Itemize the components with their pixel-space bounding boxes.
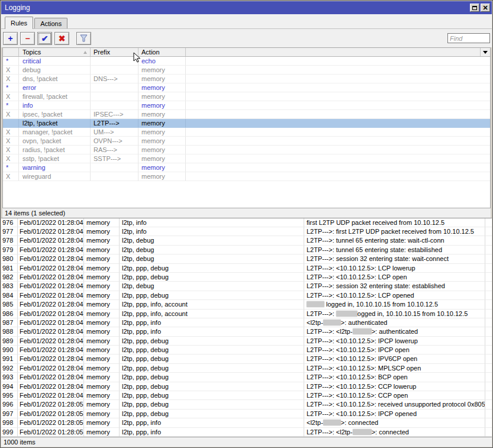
log-cell-id: 976 — [1, 218, 18, 227]
log-cell-time: Feb/01/2022 01:28:04 — [18, 218, 84, 227]
cell-action: echo — [138, 57, 186, 66]
rules-row[interactable]: Xdebugmemory — [3, 66, 490, 75]
log-row[interactable]: 978Feb/01/2022 01:28:04memoryl2tp, debug… — [1, 236, 492, 245]
close-button[interactable]: ✕ — [481, 4, 490, 12]
log-row[interactable]: 981Feb/01/2022 01:28:04memoryl2tp, ppp, … — [1, 264, 492, 273]
find-input[interactable] — [447, 33, 490, 43]
tab-rules-label: Rules — [11, 20, 27, 27]
log-cell-topics: l2tp, ppp, debug — [120, 391, 304, 400]
log-cell-tail — [485, 382, 492, 391]
rules-row[interactable]: *errormemory — [3, 83, 490, 92]
add-icon: + — [8, 34, 12, 43]
log-row[interactable]: 992Feb/01/2022 01:28:04memoryl2tp, ppp, … — [1, 364, 492, 373]
log-cell-tail — [485, 354, 492, 363]
cell-prefix — [91, 83, 138, 92]
rules-row[interactable]: Xdns, !packetDNS--->memory — [3, 75, 490, 83]
cell-prefix — [91, 172, 138, 181]
log-cell-topics: l2tp, ppp, debug — [120, 337, 304, 346]
enable-button[interactable]: ✔ — [37, 32, 52, 45]
rules-row[interactable]: Xsstp, !packetSSTP--->memory — [3, 154, 490, 163]
log-message-text: L2TP--->: <10.10.12.5>: IPCP opened — [307, 410, 417, 417]
redaction-box — [323, 420, 341, 426]
log-message-text: L2TP--->: session 32 entering state: est… — [307, 282, 445, 289]
tab-rules[interactable]: Rules — [5, 17, 33, 29]
remove-button[interactable]: − — [20, 32, 35, 45]
rules-row[interactable]: Xovpn, !packetOVPN--->memory — [3, 137, 490, 146]
log-message-text: L2TP--->: <10.10.12.5>: IPCP lowerup — [307, 337, 418, 344]
log-row[interactable]: 983Feb/01/2022 01:28:04memoryl2tp, debug… — [1, 282, 492, 291]
log-row[interactable]: 977Feb/01/2022 01:28:04memoryl2tp, infoL… — [1, 227, 492, 236]
cell-topics: l2tp, !packet — [19, 119, 91, 128]
column-header-action[interactable]: Action — [138, 48, 186, 56]
log-row[interactable]: 991Feb/01/2022 01:28:04memoryl2tp, ppp, … — [1, 354, 492, 363]
log-row[interactable]: 982Feb/01/2022 01:28:04memoryl2tp, ppp, … — [1, 273, 492, 282]
column-select-button[interactable] — [480, 48, 490, 56]
log-cell-time: Feb/01/2022 01:28:04 — [18, 300, 84, 309]
rules-row[interactable]: Xradius, !packetRAS--->memory — [3, 146, 490, 154]
cell-prefix — [91, 101, 138, 110]
filter-button[interactable] — [76, 32, 91, 45]
log-cell-tail — [485, 227, 492, 236]
cell-topics: ovpn, !packet — [19, 137, 91, 146]
cell-topics: ipsec, !packet — [19, 110, 91, 119]
log-row[interactable]: 984Feb/01/2022 01:28:04memoryl2tp, ppp, … — [1, 291, 492, 300]
column-header-prefix[interactable]: Prefix — [91, 48, 138, 56]
log-row[interactable]: 994Feb/01/2022 01:28:04memoryl2tp, ppp, … — [1, 382, 492, 391]
log-cell-message: L2TP--->: ogged in, 10.10.10.15 from 10.… — [304, 310, 485, 318]
cell-fill — [186, 92, 490, 101]
rules-row[interactable]: Xfirewall, !packetmemory — [3, 92, 490, 101]
log-row[interactable]: 986Feb/01/2022 01:28:04memoryl2tp, ppp, … — [1, 310, 492, 318]
cell-fill — [186, 137, 490, 146]
rules-row[interactable]: *criticalecho — [3, 57, 490, 66]
cell-fill — [186, 163, 490, 172]
rules-row[interactable]: Xwireguardmemory — [3, 172, 490, 181]
log-row[interactable]: 988Feb/01/2022 01:28:04memoryl2tp, ppp, … — [1, 327, 492, 336]
cell-topics: critical — [19, 57, 91, 66]
log-row[interactable]: 993Feb/01/2022 01:28:04memoryl2tp, ppp, … — [1, 373, 492, 382]
rules-row[interactable]: *infomemory — [3, 101, 490, 110]
log-row[interactable]: 979Feb/01/2022 01:28:04memoryl2tp, debug… — [1, 246, 492, 254]
log-row[interactable]: 980Feb/01/2022 01:28:04memoryl2tp, debug… — [1, 254, 492, 263]
log-row[interactable]: 997Feb/01/2022 01:28:05memoryl2tp, ppp, … — [1, 410, 492, 418]
log-cell-time: Feb/01/2022 01:28:05 — [18, 418, 84, 427]
add-button[interactable]: + — [3, 32, 18, 45]
column-header-flags[interactable] — [3, 48, 19, 56]
log-row[interactable]: 998Feb/01/2022 01:28:05memoryl2tp, ppp, … — [1, 418, 492, 427]
log-cell-message: logged in, 10.10.10.15 from 10.10.12.5 — [304, 300, 485, 309]
log-row[interactable]: 976Feb/01/2022 01:28:04memoryl2tp, infof… — [1, 218, 492, 227]
log-row[interactable]: 996Feb/01/2022 01:28:05memoryl2tp, ppp, … — [1, 400, 492, 409]
log-row[interactable]: 990Feb/01/2022 01:28:04memoryl2tp, ppp, … — [1, 346, 492, 354]
log-cell-tail — [485, 300, 492, 309]
rules-row[interactable]: l2tp, !packetL2TP--->memory — [3, 119, 490, 128]
cell-topics: warning — [19, 163, 91, 172]
log-cell-buf: memory — [84, 282, 120, 291]
log-row[interactable]: 999Feb/01/2022 01:28:05memoryl2tp, ppp, … — [1, 428, 492, 437]
rules-row[interactable]: Xmanager, !packetUM--->memory — [3, 128, 490, 137]
tab-actions[interactable]: Actions — [34, 18, 67, 28]
log-cell-message: L2TP--->: <10.10.12.5>: LCP lowerup — [304, 264, 485, 273]
log-cell-time: Feb/01/2022 01:28:04 — [18, 246, 84, 254]
log-row[interactable]: 995Feb/01/2022 01:28:04memoryl2tp, ppp, … — [1, 391, 492, 400]
log-message-text: >: authenticated — [372, 328, 418, 335]
disable-button[interactable]: ✖ — [54, 32, 69, 45]
redaction-box — [353, 429, 372, 435]
rules-row[interactable]: *warningmemory — [3, 163, 490, 172]
cell-fill — [186, 66, 490, 75]
cell-prefix: IPSEC---> — [91, 110, 138, 119]
column-header-topics[interactable]: Topics — [19, 48, 91, 56]
rules-row[interactable]: Xipsec, !packetIPSEC--->memory — [3, 110, 490, 119]
log-cell-time: Feb/01/2022 01:28:04 — [18, 291, 84, 300]
log-cell-tail — [485, 337, 492, 346]
maximize-button[interactable] — [470, 4, 479, 12]
cell-action: memory — [138, 101, 186, 110]
log-cell-id: 996 — [1, 400, 18, 409]
log-row[interactable]: 985Feb/01/2022 01:28:04memoryl2tp, ppp, … — [1, 300, 492, 309]
log-row[interactable]: 987Feb/01/2022 01:28:04memoryl2tp, ppp, … — [1, 318, 492, 327]
cell-flag: X — [3, 66, 19, 75]
log-cell-time: Feb/01/2022 01:28:04 — [18, 264, 84, 273]
log-cell-tail — [485, 400, 492, 409]
log-message-text: L2TP--->: <10.10.12.5>: MPLSCP open — [307, 365, 421, 372]
log-cell-topics: l2tp, debug — [120, 246, 304, 254]
log-row[interactable]: 989Feb/01/2022 01:28:04memoryl2tp, ppp, … — [1, 337, 492, 346]
rules-area: Topics Prefix Action *criticalechoXdebug… — [1, 47, 492, 218]
